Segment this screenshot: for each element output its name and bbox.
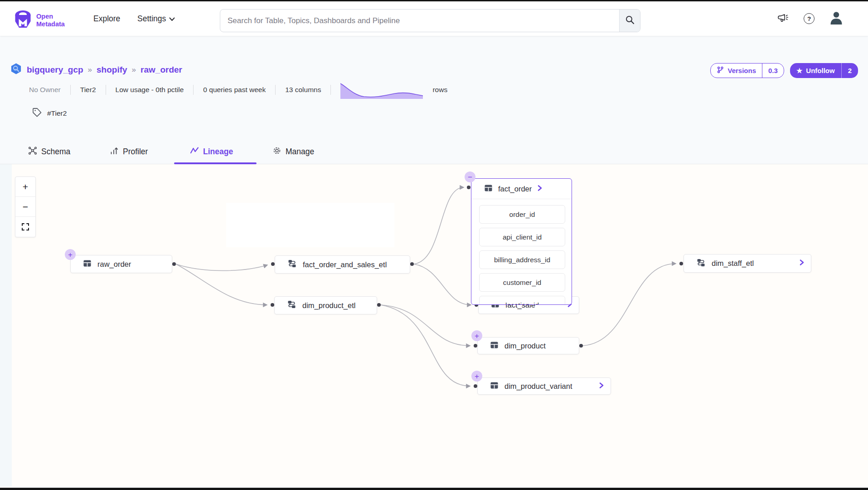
top-navbar: Open Metadata Explore Settings	[0, 1, 868, 36]
expand-upstream-badge[interactable]: +	[65, 249, 76, 260]
column-pill[interactable]: location_id	[479, 296, 565, 305]
expand-columns-badge[interactable]: +	[471, 371, 482, 382]
column-pill[interactable]: customer_id	[479, 273, 565, 292]
node-label: fact_order	[498, 185, 532, 193]
node-label: dim_product	[504, 342, 546, 350]
version-number: 0.3	[762, 64, 784, 78]
screen-bottom-border	[0, 487, 868, 490]
table-icon	[490, 381, 499, 392]
node-label: dim_product_etl	[302, 301, 355, 310]
row-count-sparkline	[340, 81, 423, 101]
bigquery-service-icon	[10, 63, 22, 77]
versions-button[interactable]: Versions 0.3	[710, 63, 784, 78]
tab-manage[interactable]: Manage	[272, 140, 314, 164]
meta-divider	[193, 85, 194, 95]
zoom-out-button[interactable]: −	[15, 197, 35, 217]
chevron-right-icon[interactable]	[799, 259, 805, 268]
lineage-node-dim-staff-etl[interactable]: dim_staff_etl	[684, 254, 811, 273]
breadcrumb-separator: »	[132, 65, 136, 74]
table-icon	[83, 259, 92, 270]
screen-top-border	[0, 0, 868, 1]
header-actions: Versions 0.3 ★ Unfollow 2	[710, 63, 858, 78]
entity-tabs: Schema Profiler Lineage	[0, 140, 868, 164]
lineage-canvas[interactable]: + − raw_order + fact_order_and_sales_etl	[0, 164, 868, 487]
breadcrumb-table[interactable]: raw_order	[141, 65, 182, 75]
node-label: fact_order_and_sales_etl	[303, 260, 387, 269]
active-tab-underline	[174, 162, 257, 164]
owner-label[interactable]: No Owner	[29, 86, 61, 94]
nav-settings[interactable]: Settings	[137, 1, 175, 36]
chevron-right-icon[interactable]	[537, 185, 543, 193]
queries-label: 0 queries past week	[203, 86, 266, 94]
meta-divider	[275, 85, 276, 95]
meta-divider	[330, 85, 331, 95]
tab-lineage[interactable]: Lineage	[190, 140, 233, 164]
lineage-edges	[0, 164, 868, 487]
entity-meta-row: No Owner Tier2 Low usage - 0th pctile 0 …	[29, 82, 447, 98]
usage-label: Low usage - 0th pctile	[116, 86, 184, 94]
app-window: Open Metadata Explore Settings	[0, 0, 868, 490]
pipeline-icon	[287, 260, 297, 270]
megaphone-icon	[777, 12, 789, 25]
gear-icon	[272, 146, 281, 157]
tag-icon	[32, 107, 42, 119]
tier-label[interactable]: Tier2	[80, 86, 96, 94]
lineage-icon	[190, 146, 199, 157]
followers-count: 2	[841, 63, 858, 78]
star-icon: ★	[796, 67, 802, 74]
chevron-right-icon[interactable]	[599, 382, 604, 391]
table-icon	[484, 184, 493, 194]
brand-logo[interactable]: Open Metadata	[13, 9, 65, 31]
meta-divider	[70, 85, 71, 95]
unfollow-button[interactable]: ★ Unfollow 2	[790, 63, 858, 78]
canvas-highlight-patch	[226, 203, 394, 247]
lineage-node-dim-product[interactable]: dim_product	[477, 337, 579, 354]
expand-columns-badge[interactable]: +	[471, 330, 482, 341]
column-pill[interactable]: order_id	[479, 205, 565, 224]
branch-icon	[717, 66, 724, 75]
avatar-icon	[829, 10, 844, 27]
chevron-down-icon	[169, 14, 175, 24]
profiler-icon	[110, 146, 119, 157]
help-icon: ?	[804, 13, 815, 24]
fit-view-button[interactable]	[15, 217, 35, 237]
lineage-node-fact-order-expanded[interactable]: fact_order order_id api_client_id billin…	[471, 178, 572, 305]
lineage-node-raw-order[interactable]: raw_order	[70, 255, 172, 273]
columns-count-label: 13 columns	[285, 86, 321, 94]
search-icon	[625, 15, 635, 27]
search-button[interactable]	[619, 10, 640, 32]
node-label: raw_order	[97, 260, 131, 269]
lineage-node-fact-order-and-sales-etl[interactable]: fact_order_and_sales_etl	[275, 255, 410, 274]
global-search	[220, 9, 640, 32]
lineage-node-dim-product-etl[interactable]: dim_product_etl	[274, 296, 377, 314]
announcements-button[interactable]	[777, 1, 789, 36]
tag-row: #Tier2	[32, 107, 67, 119]
schema-icon	[28, 146, 37, 157]
lineage-node-dim-product-variant[interactable]: dim_product_variant	[477, 377, 611, 395]
fact-order-header[interactable]: fact_order	[471, 179, 572, 199]
zoom-in-button[interactable]: +	[15, 177, 35, 197]
fact-order-columns: order_id api_client_id billing_address_i…	[471, 199, 572, 305]
user-menu[interactable]	[829, 1, 844, 36]
pipeline-icon	[287, 300, 296, 310]
canvas-zoom-controls: + −	[15, 176, 36, 237]
pipeline-icon	[696, 259, 706, 269]
nav-explore[interactable]: Explore	[93, 1, 120, 36]
breadcrumb-service[interactable]: bigquery_gcp	[27, 65, 83, 75]
canvas-left-gutter	[0, 164, 12, 487]
column-pill[interactable]: billing_address_id	[479, 250, 565, 269]
tab-schema[interactable]: Schema	[28, 140, 70, 164]
search-input[interactable]	[220, 10, 619, 32]
column-pill[interactable]: api_client_id	[479, 228, 565, 246]
tab-profiler[interactable]: Profiler	[110, 140, 148, 164]
brand-name: Open Metadata	[36, 13, 65, 28]
node-label: dim_staff_etl	[712, 259, 754, 268]
breadcrumb: bigquery_gcp » shopify » raw_order	[10, 63, 182, 77]
node-label: dim_product_variant	[504, 382, 572, 391]
meta-divider	[106, 85, 106, 95]
breadcrumb-database[interactable]: shopify	[97, 65, 127, 75]
openmetadata-logo-icon	[13, 9, 33, 31]
collapse-columns-badge[interactable]: −	[465, 172, 475, 182]
tier-tag-label[interactable]: #Tier2	[47, 109, 67, 118]
help-button[interactable]: ?	[804, 1, 815, 36]
